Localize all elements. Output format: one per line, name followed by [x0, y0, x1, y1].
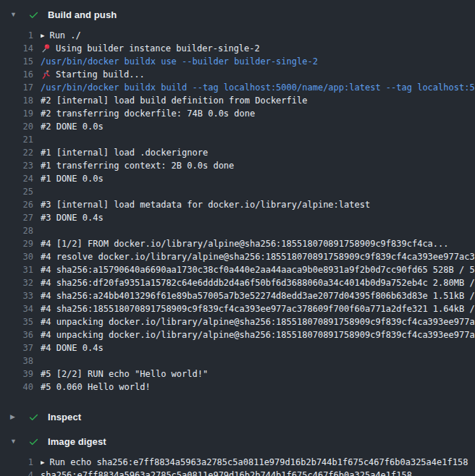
line-number[interactable]: 28	[0, 224, 33, 237]
log-text: #2 [internal] load build definition from…	[41, 94, 475, 107]
line-number[interactable]: 14	[0, 42, 33, 55]
log-line: 27#3 DONE 0.4s	[0, 211, 475, 224]
log-text-content: #4 unpacking docker.io/library/alpine@sh…	[41, 328, 475, 341]
log-text-content: Starting build...	[56, 68, 145, 81]
log-text: #2 DONE 0.0s	[41, 120, 475, 133]
log-text	[41, 133, 475, 146]
line-number[interactable]: 17	[0, 81, 33, 94]
run-expand-caret-icon[interactable]: ▶	[41, 459, 44, 466]
log-text-content: Run echo sha256:e7ff8834a5963a2785c5a081…	[49, 456, 468, 469]
log-line: 24#1 DONE 0.0s	[0, 172, 475, 185]
line-number[interactable]: 31	[0, 263, 33, 276]
log-text: #4 unpacking docker.io/library/alpine@sh…	[41, 315, 475, 328]
check-icon	[28, 9, 39, 20]
line-number[interactable]: 4	[0, 469, 33, 476]
line-number[interactable]: 18	[0, 94, 33, 107]
line-number[interactable]: 34	[0, 302, 33, 315]
log-text: #3 [internal] load metadata for docker.i…	[41, 198, 475, 211]
line-number[interactable]: 25	[0, 185, 33, 198]
log-text: #4 [1/2] FROM docker.io/library/alpine@s…	[41, 237, 475, 250]
log-text-content: #3 [internal] load metadata for docker.i…	[41, 198, 370, 211]
line-number[interactable]: 15	[0, 55, 33, 68]
log-line: 34#4 sha256:185518070891758909c9f839cf4c…	[0, 302, 475, 315]
line-number[interactable]: 16	[0, 68, 33, 81]
line-number[interactable]: 35	[0, 315, 33, 328]
log-text: #1 [internal] load .dockerignore	[41, 146, 475, 159]
log-section-build-and-push: ▼Build and push1▶Run ./14Using builder i…	[0, 4, 475, 402]
log-text: #4 sha256:df20fa9351a15782c64e6dddb2d4a6…	[41, 276, 475, 289]
log-line: 21	[0, 133, 475, 146]
log-text-content: #1 DONE 0.0s	[41, 172, 104, 185]
log-line: 39#5 [2/2] RUN echo "Hello world!"	[0, 367, 475, 381]
log-line: 25	[0, 185, 475, 198]
line-number[interactable]: 36	[0, 328, 33, 341]
log-text: #4 sha256:185518070891758909c9f839cf4ca3…	[41, 302, 475, 315]
log-text: #3 DONE 0.4s	[41, 211, 475, 224]
log-line: 17/usr/bin/docker buildx build --tag loc…	[0, 81, 475, 94]
log-text-content: #5 0.060 Hello world!	[41, 381, 151, 394]
workflow-job-log: ▼Build and push1▶Run ./14Using builder i…	[0, 4, 475, 476]
line-number[interactable]: 32	[0, 276, 33, 289]
line-number[interactable]: 33	[0, 289, 33, 302]
line-number[interactable]: 23	[0, 159, 33, 172]
run-expand-caret-icon[interactable]: ▶	[41, 33, 44, 39]
section-log-lines: 1▶Run ./14Using builder instance builder…	[0, 25, 475, 402]
log-text-content: #4 resolve docker.io/library/alpine@sha2…	[41, 250, 475, 263]
chevron-down-icon: ▼	[10, 12, 20, 18]
log-line: 28	[0, 224, 475, 237]
log-text: sha256:e7ff8834a5963a2785c5a0811e979d16b…	[41, 469, 475, 476]
log-line: 38	[0, 354, 475, 367]
line-number[interactable]: 1	[0, 456, 33, 469]
line-number[interactable]: 40	[0, 381, 33, 394]
section-title: Inspect	[48, 412, 81, 422]
pushpin-icon	[41, 43, 51, 54]
log-line: 16Starting build...	[0, 68, 475, 81]
log-section-inspect: ▶Inspect	[0, 407, 475, 427]
line-number[interactable]: 27	[0, 211, 33, 224]
log-line: 29#4 [1/2] FROM docker.io/library/alpine…	[0, 237, 475, 250]
log-text-content: #1 [internal] load .dockerignore	[41, 146, 208, 159]
line-number[interactable]: 26	[0, 198, 33, 211]
log-text: #4 unpacking docker.io/library/alpine@sh…	[41, 328, 475, 341]
line-number[interactable]: 24	[0, 172, 33, 185]
log-text-content: #1 transferring context: 2B 0.0s done	[41, 159, 234, 172]
log-text-content: /usr/bin/docker buildx use --builder bui…	[41, 55, 318, 68]
line-number[interactable]: 38	[0, 354, 33, 367]
section-title: Image digest	[48, 436, 106, 447]
log-line: 33#4 sha256:a24bb4013296f61e89ba57005a7b…	[0, 289, 475, 302]
log-text: Using builder instance builder-single-2	[41, 42, 475, 55]
line-number[interactable]: 30	[0, 250, 33, 263]
line-number[interactable]: 19	[0, 107, 33, 120]
log-text-content: Run ./	[49, 29, 80, 42]
log-line: 37#4 DONE 0.4s	[0, 341, 475, 354]
line-number[interactable]: 22	[0, 146, 33, 159]
log-text-content: #2 DONE 0.0s	[41, 120, 104, 133]
chevron-down-icon: ▼	[10, 438, 20, 445]
line-number[interactable]: 21	[0, 133, 33, 146]
section-header-toggle[interactable]: ▼Build and push	[0, 4, 475, 25]
section-header-toggle[interactable]: ▶Inspect	[0, 407, 475, 427]
log-text: #4 sha256:a24bb4013296f61e89ba57005a7b3e…	[41, 289, 475, 302]
log-text-content: Using builder instance builder-single-2	[56, 42, 260, 55]
section-header-toggle[interactable]: ▼Image digest	[0, 431, 475, 451]
log-line: 35#4 unpacking docker.io/library/alpine@…	[0, 315, 475, 328]
log-text: #2 transferring dockerfile: 74B 0.0s don…	[41, 107, 475, 120]
log-line: 23#1 transferring context: 2B 0.0s done	[0, 159, 475, 172]
line-number[interactable]: 37	[0, 341, 33, 354]
log-line: 30#4 resolve docker.io/library/alpine@sh…	[0, 250, 475, 263]
line-number[interactable]: 20	[0, 120, 33, 133]
log-text	[41, 224, 475, 237]
log-line: 18#2 [internal] load build definition fr…	[0, 94, 475, 107]
chevron-right-icon: ▶	[10, 414, 20, 420]
line-number[interactable]: 39	[0, 367, 33, 381]
log-command-text: /usr/bin/docker buildx build --tag local…	[41, 81, 475, 94]
log-line: 4sha256:e7ff8834a5963a2785c5a0811e979d16…	[0, 469, 475, 476]
check-icon	[28, 411, 39, 422]
line-number[interactable]: 1	[0, 29, 33, 42]
log-text-content: #4 sha256:df20fa9351a15782c64e6dddb2d4a6…	[41, 276, 475, 289]
line-number[interactable]: 29	[0, 237, 33, 250]
log-text: #4 sha256:a15790640a6690aa1730c38cf0a440…	[41, 263, 475, 276]
log-text: #1 transferring context: 2B 0.0s done	[41, 159, 475, 172]
log-line: 22#1 [internal] load .dockerignore	[0, 146, 475, 159]
log-line: 1▶Run ./	[0, 29, 475, 42]
